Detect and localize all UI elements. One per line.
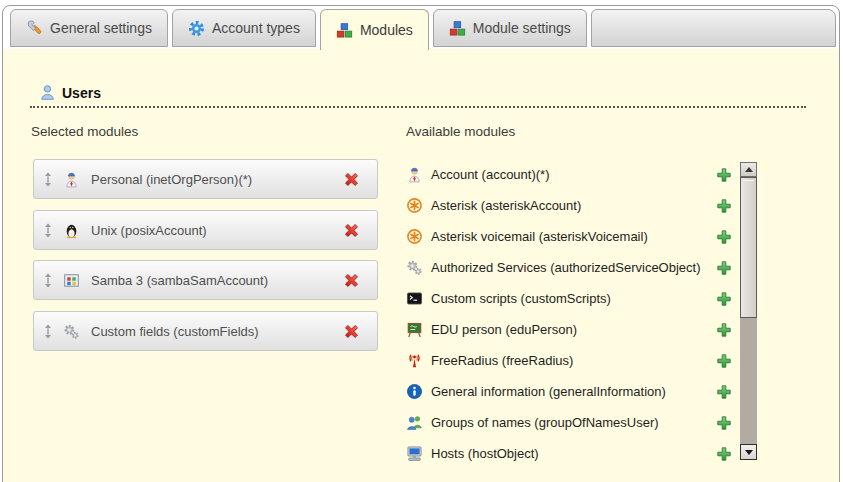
add-module-button[interactable]	[716, 384, 732, 400]
module-label: Personal (inetOrgPerson)(*)	[91, 172, 343, 187]
add-module-button[interactable]	[716, 291, 732, 307]
remove-module-button[interactable]	[343, 272, 360, 289]
available-module-row: Groups of names (groupOfNamesUser)	[406, 414, 732, 431]
tab-account-types[interactable]: Account types	[172, 9, 316, 47]
gears-icon	[63, 323, 80, 340]
module-label: Custom fields (customFields)	[91, 324, 343, 339]
antenna-icon	[406, 352, 423, 369]
tab-modules[interactable]: Modules	[320, 9, 429, 50]
module-label: FreeRadius (freeRadius)	[431, 353, 573, 369]
tabbar-filler	[591, 9, 836, 47]
tab-label: Modules	[360, 22, 413, 38]
tab-general-settings[interactable]: General settings	[10, 9, 168, 47]
scroll-down-button[interactable]	[740, 444, 757, 460]
asterisk-icon	[406, 197, 423, 214]
scroll-up-button[interactable]	[740, 162, 757, 177]
available-module-row: FreeRadius (freeRadius)	[406, 352, 732, 369]
tab-module-settings[interactable]: Module settings	[433, 9, 587, 47]
tab-label: Account types	[212, 20, 300, 36]
scroll-thumb[interactable]	[740, 177, 757, 318]
available-modules-heading: Available modules	[406, 124, 515, 139]
tux-icon	[63, 222, 80, 239]
triangle-down-icon	[745, 450, 753, 455]
remove-module-button[interactable]	[343, 222, 360, 239]
modules-icon	[336, 22, 353, 39]
users-section-header: Users	[39, 84, 101, 101]
terminal-icon	[406, 290, 423, 307]
lam-config-page: General settings Account types Modules M…	[0, 0, 843, 482]
asterisk-icon	[406, 228, 423, 245]
remove-module-button[interactable]	[343, 323, 360, 340]
add-module-button[interactable]	[716, 446, 732, 462]
available-module-row: EDU person (eduPerson)	[406, 321, 732, 338]
board-icon	[406, 321, 423, 338]
drag-handle-icon[interactable]	[43, 324, 53, 339]
add-module-button[interactable]	[716, 415, 732, 431]
module-label: Authorized Services (authorizedServiceOb…	[431, 260, 701, 276]
user-icon	[39, 84, 56, 101]
module-label: Unix (posixAccount)	[91, 223, 343, 238]
module-label: Groups of names (groupOfNamesUser)	[431, 415, 659, 431]
module-label: Account (account)(*)	[431, 167, 550, 183]
person-icon	[406, 166, 423, 183]
remove-module-button[interactable]	[343, 171, 360, 188]
selected-module-card[interactable]: Custom fields (customFields)	[33, 311, 378, 351]
group-icon	[406, 414, 423, 431]
host-icon	[406, 445, 423, 462]
section-title: Users	[62, 85, 101, 101]
module-label: Samba 3 (sambaSamAccount)	[91, 273, 343, 288]
wrench-icon	[26, 20, 43, 37]
section-divider	[30, 106, 806, 108]
selected-module-card[interactable]: Samba 3 (sambaSamAccount)	[33, 260, 378, 300]
add-module-button[interactable]	[716, 353, 732, 369]
drag-handle-icon[interactable]	[43, 172, 53, 187]
gear-icon	[188, 20, 205, 37]
module-label: Custom scripts (customScripts)	[431, 291, 611, 307]
available-module-row: Authorized Services (authorizedServiceOb…	[406, 259, 732, 276]
samba-icon	[63, 272, 80, 289]
tab-bar: General settings Account types Modules M…	[10, 9, 836, 50]
selected-modules-heading: Selected modules	[31, 124, 138, 139]
add-module-button[interactable]	[716, 198, 732, 214]
module-label: Hosts (hostObject)	[431, 446, 539, 462]
available-module-row: Hosts (hostObject)	[406, 445, 732, 462]
scrollbar[interactable]	[740, 162, 757, 460]
available-modules-list: Account (account)(*) Asterisk (asteriskA…	[406, 166, 732, 476]
drag-handle-icon[interactable]	[43, 273, 53, 288]
available-module-row: Asterisk voicemail (asteriskVoicemail)	[406, 228, 732, 245]
tab-label: General settings	[50, 20, 152, 36]
tab-label: Module settings	[473, 20, 571, 36]
available-module-row: Asterisk (asteriskAccount)	[406, 197, 732, 214]
module-label: Asterisk voicemail (asteriskVoicemail)	[431, 229, 648, 245]
selected-module-card[interactable]: Personal (inetOrgPerson)(*)	[33, 159, 378, 199]
available-module-row: Account (account)(*)	[406, 166, 732, 183]
available-module-row: Custom scripts (customScripts)	[406, 290, 732, 307]
modules-icon	[449, 20, 466, 37]
selected-module-card[interactable]: Unix (posixAccount)	[33, 210, 378, 250]
available-module-row: General information (generalInformation)	[406, 383, 732, 400]
add-module-button[interactable]	[716, 260, 732, 276]
drag-handle-icon[interactable]	[43, 223, 53, 238]
module-label: General information (generalInformation)	[431, 384, 666, 400]
module-label: Asterisk (asteriskAccount)	[431, 198, 581, 214]
add-module-button[interactable]	[716, 322, 732, 338]
module-label: EDU person (eduPerson)	[431, 322, 577, 338]
info-icon	[406, 383, 423, 400]
gears-icon	[406, 259, 423, 276]
triangle-up-icon	[745, 167, 753, 172]
add-module-button[interactable]	[716, 229, 732, 245]
person-icon	[63, 171, 80, 188]
add-module-button[interactable]	[716, 167, 732, 183]
